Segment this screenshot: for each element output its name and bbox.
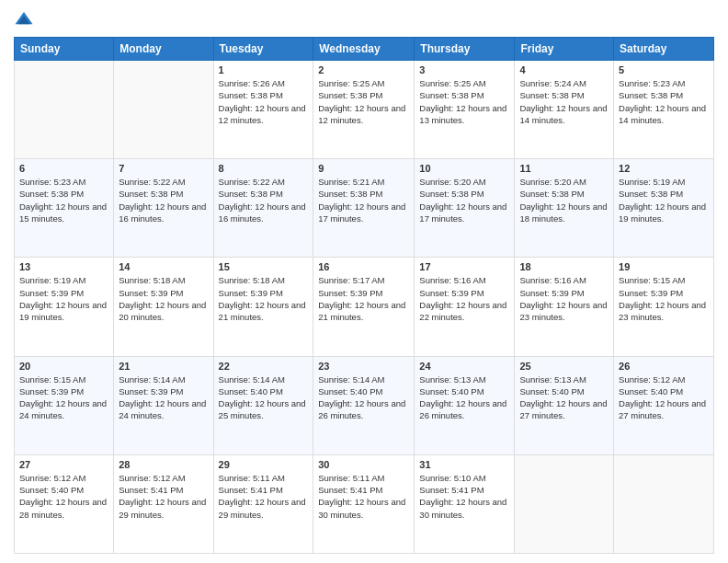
logo	[14, 9, 38, 29]
sunset: Sunset: 5:40 PM	[19, 485, 84, 495]
day-number: 7	[119, 163, 208, 174]
daylight: Daylight: 12 hours and 12 minutes.	[219, 103, 306, 125]
day-number: 18	[519, 261, 609, 272]
day-number: 5	[619, 64, 709, 75]
day-info: Sunrise: 5:23 AMSunset: 5:38 PMDaylight:…	[19, 176, 108, 224]
daylight: Daylight: 12 hours and 16 minutes.	[119, 201, 206, 224]
daylight: Daylight: 12 hours and 19 minutes.	[19, 300, 107, 322]
sunset: Sunset: 5:38 PM	[219, 189, 283, 199]
calendar-cell: 10Sunrise: 5:20 AMSunset: 5:38 PMDayligh…	[415, 159, 515, 258]
calendar-cell: 17Sunrise: 5:16 AMSunset: 5:39 PMDayligh…	[415, 258, 515, 356]
sunrise: Sunrise: 5:23 AM	[619, 78, 685, 88]
daylight: Daylight: 12 hours and 14 minutes.	[619, 103, 706, 125]
week-row-1: 1Sunrise: 5:26 AMSunset: 5:38 PMDaylight…	[15, 61, 714, 159]
sunrise: Sunrise: 5:24 AM	[519, 78, 586, 88]
sunset: Sunset: 5:38 PM	[419, 90, 483, 100]
day-number: 8	[219, 163, 309, 174]
daylight: Daylight: 12 hours and 23 minutes.	[519, 300, 607, 322]
sunset: Sunset: 5:38 PM	[619, 189, 683, 199]
day-number: 17	[419, 261, 509, 272]
day-number: 2	[318, 64, 409, 75]
sunset: Sunset: 5:38 PM	[519, 189, 584, 199]
calendar-cell: 30Sunrise: 5:11 AMSunset: 5:41 PMDayligh…	[313, 454, 415, 553]
sunrise: Sunrise: 5:26 AM	[219, 78, 285, 88]
sunset: Sunset: 5:41 PM	[219, 485, 283, 495]
col-header-thursday: Thursday	[415, 38, 515, 61]
sunset: Sunset: 5:40 PM	[519, 386, 584, 396]
day-info: Sunrise: 5:25 AMSunset: 5:38 PMDaylight:…	[419, 77, 509, 126]
day-number: 27	[19, 459, 108, 470]
sunrise: Sunrise: 5:22 AM	[119, 177, 185, 187]
daylight: Daylight: 12 hours and 26 minutes.	[318, 398, 405, 420]
col-header-saturday: Saturday	[614, 38, 714, 61]
day-info: Sunrise: 5:26 AMSunset: 5:38 PMDaylight:…	[219, 77, 309, 126]
day-info: Sunrise: 5:22 AMSunset: 5:38 PMDaylight:…	[219, 176, 309, 224]
day-info: Sunrise: 5:11 AMSunset: 5:41 PMDaylight:…	[219, 472, 309, 521]
calendar-cell: 24Sunrise: 5:13 AMSunset: 5:40 PMDayligh…	[415, 356, 515, 454]
day-info: Sunrise: 5:16 AMSunset: 5:39 PMDaylight:…	[519, 274, 609, 323]
daylight: Daylight: 12 hours and 16 minutes.	[219, 201, 306, 224]
calendar-cell: 29Sunrise: 5:11 AMSunset: 5:41 PMDayligh…	[213, 454, 313, 553]
calendar-table: SundayMondayTuesdayWednesdayThursdayFrid…	[14, 37, 714, 554]
calendar-cell: 25Sunrise: 5:13 AMSunset: 5:40 PMDayligh…	[515, 356, 614, 454]
day-number: 31	[419, 459, 509, 470]
calendar-cell: 16Sunrise: 5:17 AMSunset: 5:39 PMDayligh…	[313, 258, 415, 356]
col-header-wednesday: Wednesday	[313, 38, 415, 61]
calendar-cell: 6Sunrise: 5:23 AMSunset: 5:38 PMDaylight…	[15, 159, 114, 258]
calendar-cell	[114, 61, 213, 159]
day-info: Sunrise: 5:12 AMSunset: 5:41 PMDaylight:…	[119, 472, 208, 521]
calendar-cell: 31Sunrise: 5:10 AMSunset: 5:41 PMDayligh…	[415, 454, 515, 553]
day-info: Sunrise: 5:24 AMSunset: 5:38 PMDaylight:…	[519, 77, 609, 126]
calendar-cell: 28Sunrise: 5:12 AMSunset: 5:41 PMDayligh…	[114, 454, 213, 553]
calendar-cell: 15Sunrise: 5:18 AMSunset: 5:39 PMDayligh…	[213, 258, 313, 356]
day-number: 15	[219, 261, 309, 272]
sunrise: Sunrise: 5:14 AM	[318, 374, 384, 385]
calendar-cell: 22Sunrise: 5:14 AMSunset: 5:40 PMDayligh…	[213, 356, 313, 454]
calendar-cell: 9Sunrise: 5:21 AMSunset: 5:38 PMDaylight…	[313, 159, 415, 258]
sunrise: Sunrise: 5:20 AM	[519, 177, 586, 187]
col-header-tuesday: Tuesday	[213, 38, 313, 61]
sunrise: Sunrise: 5:15 AM	[19, 374, 85, 385]
daylight: Daylight: 12 hours and 20 minutes.	[119, 300, 206, 322]
day-number: 13	[19, 261, 108, 272]
sunset: Sunset: 5:38 PM	[619, 90, 683, 100]
daylight: Daylight: 12 hours and 12 minutes.	[318, 103, 405, 125]
day-info: Sunrise: 5:15 AMSunset: 5:39 PMDaylight:…	[619, 274, 709, 323]
sunset: Sunset: 5:38 PM	[419, 189, 483, 199]
sunrise: Sunrise: 5:21 AM	[318, 177, 384, 187]
day-info: Sunrise: 5:25 AMSunset: 5:38 PMDaylight:…	[318, 77, 409, 126]
sunset: Sunset: 5:39 PM	[119, 386, 183, 396]
day-number: 30	[318, 459, 409, 470]
daylight: Daylight: 12 hours and 18 minutes.	[519, 201, 607, 224]
week-row-3: 13Sunrise: 5:19 AMSunset: 5:39 PMDayligh…	[15, 258, 714, 356]
day-number: 29	[219, 459, 309, 470]
calendar-cell: 11Sunrise: 5:20 AMSunset: 5:38 PMDayligh…	[515, 159, 614, 258]
sunrise: Sunrise: 5:14 AM	[219, 374, 285, 385]
daylight: Daylight: 12 hours and 29 minutes.	[119, 497, 206, 519]
sunrise: Sunrise: 5:12 AM	[119, 473, 185, 483]
day-info: Sunrise: 5:14 AMSunset: 5:39 PMDaylight:…	[119, 373, 208, 422]
calendar-cell: 8Sunrise: 5:22 AMSunset: 5:38 PMDaylight…	[213, 159, 313, 258]
day-number: 16	[318, 261, 409, 272]
col-header-friday: Friday	[515, 38, 614, 61]
sunrise: Sunrise: 5:12 AM	[19, 473, 85, 483]
sunset: Sunset: 5:39 PM	[619, 288, 683, 298]
sunset: Sunset: 5:38 PM	[219, 90, 283, 100]
sunrise: Sunrise: 5:13 AM	[519, 374, 586, 385]
calendar-cell	[15, 61, 114, 159]
day-number: 14	[119, 261, 208, 272]
sunset: Sunset: 5:38 PM	[318, 189, 382, 199]
day-info: Sunrise: 5:20 AMSunset: 5:38 PMDaylight:…	[519, 176, 609, 224]
header	[14, 9, 714, 29]
calendar-cell: 26Sunrise: 5:12 AMSunset: 5:40 PMDayligh…	[614, 356, 714, 454]
daylight: Daylight: 12 hours and 13 minutes.	[419, 103, 506, 125]
day-number: 20	[19, 361, 108, 372]
sunrise: Sunrise: 5:20 AM	[419, 177, 485, 187]
sunrise: Sunrise: 5:23 AM	[19, 177, 85, 187]
day-number: 24	[419, 361, 509, 372]
logo-icon	[14, 9, 34, 29]
calendar-cell: 4Sunrise: 5:24 AMSunset: 5:38 PMDaylight…	[515, 61, 614, 159]
day-number: 10	[419, 163, 509, 174]
calendar-cell: 12Sunrise: 5:19 AMSunset: 5:38 PMDayligh…	[614, 159, 714, 258]
daylight: Daylight: 12 hours and 15 minutes.	[19, 201, 107, 224]
